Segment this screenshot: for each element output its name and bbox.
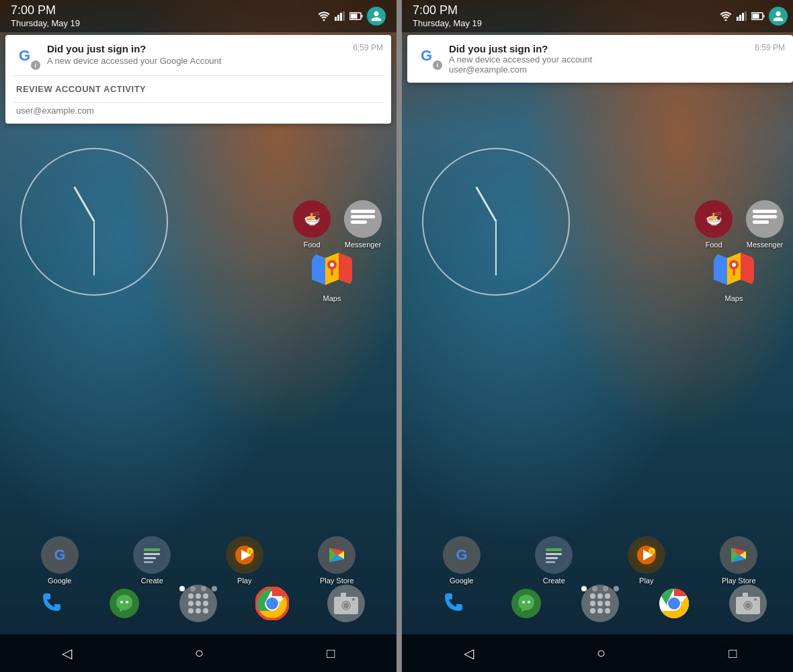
messenger-icon-right	[746, 200, 784, 238]
hangouts-icon-right	[507, 585, 545, 622]
google-g-icon-right: G i	[415, 43, 442, 70]
back-button-left[interactable]: ◁	[56, 640, 77, 667]
clock-circle-right	[422, 148, 570, 296]
svg-point-113	[590, 608, 595, 614]
nav-bar-right: ◁ ○ □	[402, 634, 793, 672]
svg-text:♪: ♪	[651, 549, 653, 554]
camera-app-right[interactable]	[724, 585, 772, 625]
notification-expanded-left[interactable]: G i Did you just sign in? 6:59 PM A new …	[5, 35, 391, 124]
food-app-left[interactable]: 🍜 Food	[288, 200, 336, 249]
svg-point-50	[196, 601, 201, 606]
status-left-right: 7:00 PM Thursday, May 19	[413, 3, 482, 28]
notif-email-right: user@example.com	[449, 65, 785, 75]
create-app-left[interactable]: Create	[128, 536, 176, 585]
back-button-right[interactable]: ◁	[458, 640, 479, 667]
svg-text:🍜: 🍜	[304, 210, 321, 226]
svg-text:G: G	[421, 47, 432, 64]
clock-widget-left	[20, 148, 168, 296]
svg-rect-106	[528, 601, 530, 603]
svg-text:G: G	[456, 546, 467, 563]
left-phone-panel: 7:00 PM Thursday, May 19	[0, 0, 396, 672]
notif-title-left: Did you just sign in?	[47, 43, 147, 54]
svg-point-49	[188, 601, 194, 606]
svg-rect-70	[753, 14, 759, 19]
svg-rect-28	[144, 553, 160, 555]
maps-wrap-left[interactable]: Maps	[308, 249, 356, 302]
google-label-left: Google	[48, 577, 71, 585]
maps-app-right[interactable]: Maps	[710, 249, 758, 302]
chrome-icon-right	[655, 585, 693, 622]
camera-app-left[interactable]	[322, 585, 370, 625]
minute-hand-left	[93, 222, 95, 276]
top-apps-left: 🍜 Food Messenger	[288, 200, 387, 249]
battery-icon-right	[751, 12, 765, 20]
svg-rect-1	[335, 17, 337, 21]
play-icon-right: ♪	[628, 536, 665, 574]
svg-point-63	[352, 598, 355, 601]
google-app-left[interactable]: G Google	[36, 536, 84, 585]
svg-rect-105	[522, 601, 525, 603]
signal-icon	[335, 11, 345, 21]
avatar-right	[769, 7, 788, 26]
svg-point-85	[732, 263, 736, 267]
create-icon-right	[535, 536, 573, 574]
status-left: 7:00 PM Thursday, May 19	[11, 3, 80, 28]
phone-app-right[interactable]	[428, 585, 476, 625]
wifi-icon	[317, 11, 331, 21]
svg-point-111	[597, 601, 603, 606]
notification-collapsed-right[interactable]: G i Did you just sign in? 6:59 PM A new …	[407, 35, 793, 83]
chrome-app-left[interactable]	[248, 585, 296, 625]
notif-email-left: user@example.com	[5, 103, 391, 124]
hangouts-app-left[interactable]	[100, 585, 149, 625]
playstore-app-right[interactable]: Play Store	[714, 536, 763, 585]
chrome-app-right[interactable]	[650, 585, 698, 625]
play-label-right: Play	[639, 577, 653, 585]
hangouts-icon-left	[106, 585, 143, 622]
food-app-right[interactable]: 🍜 Food	[690, 200, 738, 249]
svg-text:♪: ♪	[249, 549, 251, 554]
svg-rect-91	[546, 553, 562, 555]
play-app-left[interactable]: ♪ Play	[220, 536, 269, 585]
svg-point-47	[196, 593, 201, 599]
svg-rect-44	[120, 601, 123, 603]
svg-point-54	[203, 608, 208, 614]
svg-point-110	[590, 601, 595, 606]
launcher-icon-left	[179, 585, 217, 622]
create-app-right[interactable]: Create	[530, 536, 578, 585]
messenger-label-right: Messenger	[747, 241, 783, 249]
notif-time-left: 6:59 PM	[353, 43, 383, 52]
svg-rect-77	[753, 210, 777, 213]
messenger-app-right[interactable]: Messenger	[741, 200, 789, 249]
recents-button-right[interactable]: □	[723, 640, 742, 667]
play-label-left: Play	[237, 577, 251, 585]
playstore-app-left[interactable]: Play Store	[312, 536, 361, 585]
svg-rect-27	[144, 548, 160, 551]
playstore-label-left: Play Store	[320, 577, 354, 585]
google-app-right[interactable]: G Google	[437, 536, 486, 585]
play-app-right[interactable]: ♪ Play	[622, 536, 671, 585]
hangouts-app-right[interactable]	[502, 585, 550, 625]
svg-rect-71	[763, 15, 765, 17]
svg-rect-68	[745, 11, 747, 21]
messenger-app-left[interactable]: Messenger	[339, 200, 387, 249]
nav-bar-left: ◁ ○ □	[0, 634, 396, 672]
notif-body-right: A new device accessed your account	[449, 54, 785, 65]
phone-app-left[interactable]	[26, 585, 75, 625]
notif-title-right: Did you just sign in?	[449, 43, 548, 54]
playstore-icon-right	[720, 536, 757, 574]
home-button-left[interactable]: ○	[190, 639, 209, 667]
recents-button-left[interactable]: □	[321, 640, 340, 667]
maps-wrap-right[interactable]: Maps	[710, 249, 758, 302]
review-activity-button[interactable]: REVIEW ACCOUNT ACTIVITY	[5, 76, 391, 102]
svg-point-42	[34, 587, 67, 620]
home-button-right[interactable]: ○	[591, 639, 611, 667]
signal-icon-right	[737, 11, 747, 21]
svg-rect-14	[351, 215, 375, 218]
svg-rect-13	[351, 210, 375, 213]
svg-point-0	[323, 19, 325, 22]
launcher-app-right[interactable]	[576, 585, 624, 625]
launcher-app-left[interactable]	[174, 585, 222, 625]
svg-rect-3	[340, 13, 342, 21]
notif-body-left: A new device accessed your Google Accoun…	[47, 56, 383, 66]
maps-app-left[interactable]: Maps	[308, 249, 356, 302]
